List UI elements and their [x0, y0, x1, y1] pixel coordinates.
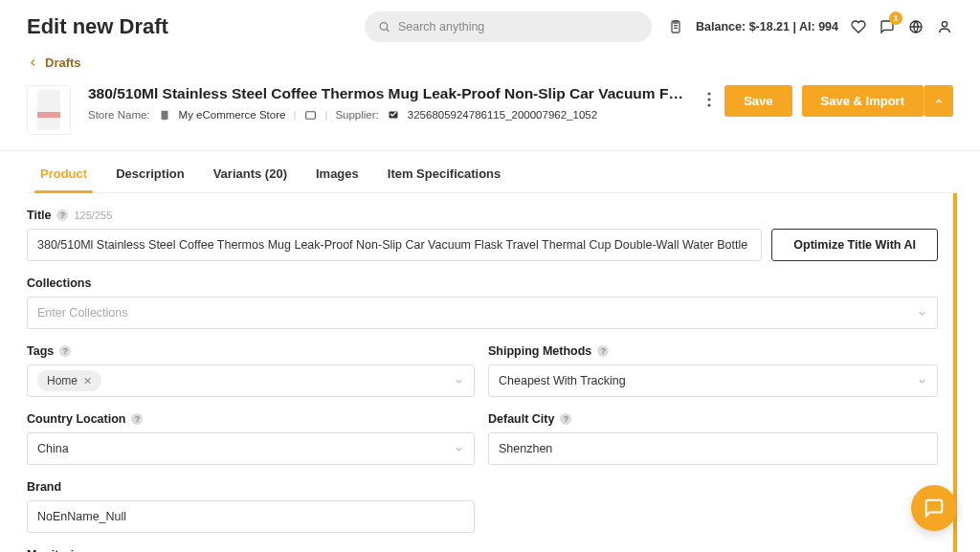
store-label: Store Name:: [88, 109, 150, 121]
product-title-heading: 380/510Ml Stainless Steel Coffee Thermos…: [88, 85, 686, 102]
tags-input[interactable]: Home ✕: [27, 364, 475, 397]
chevron-up-icon: [934, 97, 944, 106]
breadcrumb-label: Drafts: [45, 55, 81, 70]
globe-icon[interactable]: [907, 18, 924, 35]
product-thumbnail: [27, 85, 71, 135]
tags-label: Tags: [27, 344, 54, 358]
monitoring-label: Monitoring: [27, 548, 89, 552]
tab-product[interactable]: Product: [40, 166, 87, 192]
tab-variants[interactable]: Variants (20): [213, 166, 287, 192]
chat-icon[interactable]: 1: [879, 18, 896, 35]
supplier-label: Supplier:: [335, 109, 378, 121]
shipping-value: Cheapest With Tracking: [499, 374, 626, 387]
heart-icon[interactable]: [850, 18, 867, 35]
country-select[interactable]: China: [27, 432, 475, 465]
shipping-label: Shipping Methods: [488, 344, 591, 358]
tab-specifications[interactable]: Item Specifications: [388, 166, 501, 192]
help-icon[interactable]: ?: [56, 210, 68, 221]
help-icon[interactable]: ?: [560, 413, 571, 425]
chevron-down-icon: [917, 308, 927, 319]
chevron-down-icon: [454, 376, 464, 386]
global-search[interactable]: [365, 11, 652, 42]
city-label: Default City: [488, 412, 554, 426]
shipping-select[interactable]: Cheapest With Tracking: [488, 364, 938, 397]
more-menu-button[interactable]: [703, 88, 715, 114]
supplier-id: 3256805924786115_200007962_1052: [408, 109, 597, 121]
chevron-down-icon: [454, 444, 464, 454]
search-input[interactable]: [398, 20, 638, 33]
more-vertical-icon: [707, 92, 711, 107]
brand-label: Brand: [27, 480, 61, 494]
svg-rect-7: [306, 111, 316, 119]
country-value: China: [37, 442, 69, 455]
country-label: Country Location: [27, 412, 125, 426]
collections-input[interactable]: Enter Collections: [27, 297, 938, 329]
notif-badge: 1: [889, 11, 902, 25]
svg-point-10: [708, 98, 711, 100]
collections-label: Collections: [27, 276, 91, 290]
shopify-icon: [158, 108, 171, 121]
chevron-left-icon: [27, 56, 39, 69]
tab-images[interactable]: Images: [316, 166, 359, 192]
title-label: Title: [27, 209, 51, 222]
chevron-down-icon: [917, 376, 927, 386]
tab-description[interactable]: Description: [116, 166, 185, 192]
title-count: 125/255: [74, 210, 112, 221]
device-icon[interactable]: [303, 108, 317, 121]
help-icon[interactable]: ?: [597, 345, 609, 357]
collections-placeholder: Enter Collections: [37, 306, 128, 320]
save-import-dropdown[interactable]: [924, 85, 953, 117]
save-button[interactable]: Save: [724, 85, 791, 117]
help-icon[interactable]: ?: [59, 345, 71, 357]
svg-point-0: [380, 23, 388, 31]
svg-point-6: [942, 22, 947, 27]
title-input[interactable]: [27, 229, 762, 261]
supplier-icon: [387, 108, 400, 121]
search-icon: [378, 20, 390, 33]
svg-line-1: [387, 29, 389, 31]
brand-input[interactable]: [27, 500, 475, 533]
user-icon[interactable]: [936, 18, 953, 35]
tag-label: Home: [47, 374, 78, 387]
help-icon[interactable]: ?: [131, 413, 143, 425]
store-name: My eCommerce Store: [179, 109, 286, 121]
tab-bar: Product Description Variants (20) Images…: [27, 151, 953, 193]
svg-point-11: [708, 103, 711, 106]
city-input[interactable]: [488, 432, 938, 465]
page-title: Edit new Draft: [27, 14, 168, 39]
tag-remove-icon[interactable]: ✕: [83, 375, 92, 387]
tag-chip[interactable]: Home ✕: [37, 370, 101, 391]
chat-icon: [924, 497, 945, 519]
balance-text: Balance: $-18.21 | AI: 994: [696, 20, 838, 33]
clipboard-icon[interactable]: [667, 18, 684, 35]
chat-fab-button[interactable]: [911, 485, 957, 531]
optimize-title-button[interactable]: Optimize Title With AI: [771, 229, 938, 261]
breadcrumb-back[interactable]: Drafts: [27, 42, 953, 79]
svg-point-9: [708, 92, 711, 95]
save-import-button[interactable]: Save & Import: [802, 85, 924, 117]
